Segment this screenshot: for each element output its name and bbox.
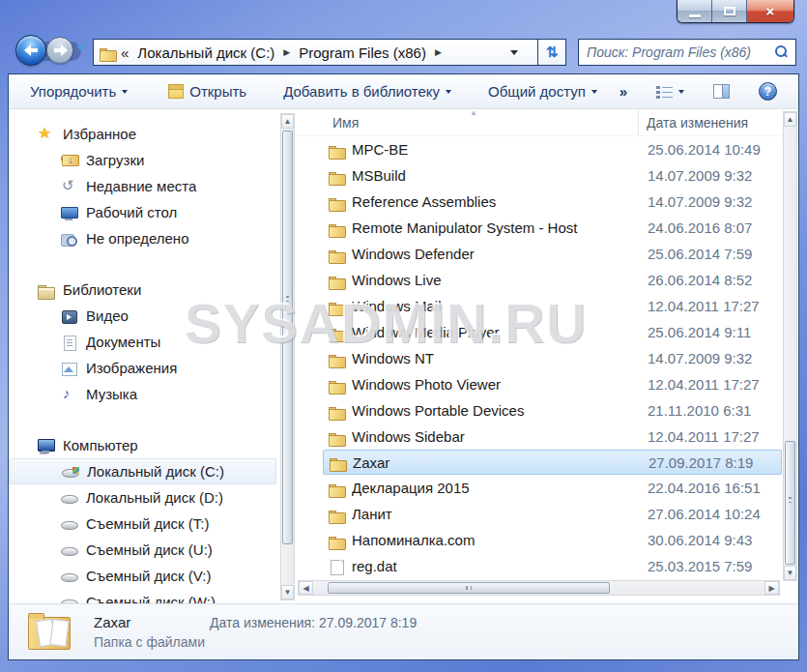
scroll-up-icon[interactable]: ▲ — [281, 114, 294, 129]
scroll-down-icon[interactable]: ▼ — [784, 566, 796, 580]
sidebar-item-label: Музыка — [86, 386, 137, 402]
sidebar-item-label: Видео — [86, 307, 129, 324]
back-button[interactable] — [15, 35, 46, 66]
table-row[interactable]: Windows Media Player 25.06.2014 9:11 — [323, 319, 782, 345]
file-date: 25.06.2014 10:49 — [648, 141, 761, 158]
address-dropdown-button[interactable] — [504, 40, 524, 65]
sidebar-item[interactable]: Загрузки — [9, 147, 296, 173]
table-row[interactable]: Windows Sidebar 12.04.2011 17:27 — [323, 424, 782, 450]
table-row[interactable]: Reference Assemblies 14.07.2009 9:32 — [323, 189, 782, 215]
sidebar-item[interactable]: Локальный диск (C:) — [9, 458, 276, 484]
sidebar-item[interactable]: Съемный диск (T:) — [9, 511, 296, 537]
organize-button[interactable]: Упорядочить — [22, 79, 135, 103]
file-type-icon — [329, 194, 346, 210]
file-date: 22.04.2016 16:51 — [648, 480, 761, 496]
table-row[interactable]: Напоминалка.com 30.06.2014 9:43 — [323, 527, 782, 553]
file-name: Ланит — [352, 506, 648, 522]
table-row[interactable]: Zaxar 27.09.2017 8:19 — [323, 450, 782, 475]
sidebar-item[interactable]: Недавние места — [9, 173, 296, 199]
sidebar-item[interactable]: Изображения — [9, 355, 296, 381]
table-row[interactable]: MSBuild 14.07.2009 9:32 — [323, 162, 782, 189]
search-icon[interactable] — [774, 45, 788, 59]
close-button[interactable]: × — [747, 0, 793, 22]
file-type-icon — [329, 299, 346, 314]
recent-pages-dropdown-icon[interactable] — [76, 45, 86, 51]
sidebar-item[interactable]: Локальный диск (D:) — [9, 484, 296, 511]
list-horizontal-scrollbar[interactable]: ◀ ▶ — [298, 580, 780, 596]
sidebar-item-icon — [61, 542, 78, 558]
list-vertical-scrollbar[interactable]: ▲ ▼ — [783, 111, 797, 581]
sidebar-item-icon — [61, 361, 78, 376]
add-to-library-button[interactable]: Добавить в библиотеку — [275, 79, 459, 103]
scroll-down-icon[interactable]: ▼ — [281, 585, 294, 599]
table-row[interactable]: Windows Portable Devices 21.11.2010 6:31 — [323, 397, 782, 424]
list-view-icon — [656, 85, 673, 99]
sidebar-item[interactable]: Видео — [9, 303, 296, 329]
search-input[interactable] — [587, 44, 774, 60]
table-row[interactable]: Ланит 27.06.2014 10:24 — [323, 501, 782, 527]
table-row[interactable]: MPC-BE 25.06.2014 10:49 — [323, 136, 782, 162]
sidebar-item[interactable] — [9, 407, 296, 432]
scrollbar-thumb[interactable] — [328, 582, 610, 594]
sidebar-item[interactable]: Не определено — [9, 225, 296, 251]
table-row[interactable]: Декларация 2015 22.04.2016 16:51 — [323, 475, 782, 501]
file-type-icon — [329, 351, 346, 366]
file-name: MSBuild — [352, 167, 648, 184]
sidebar-item[interactable]: Избранное — [9, 121, 296, 147]
details-text: Zaxar Дата изменения: 27.09.2017 8:19 Па… — [94, 614, 417, 650]
file-name: Windows Live — [352, 272, 648, 288]
share-button[interactable]: Общий доступ — [480, 79, 605, 103]
minimize-icon — [689, 15, 701, 17]
breadcrumb-item[interactable]: Локальный диск (C:) ▶ — [134, 43, 296, 63]
table-row[interactable]: reg.dat 25.03.2015 7:59 — [323, 553, 782, 579]
sidebar-item[interactable]: Документы — [9, 329, 296, 355]
main-panel: Упорядочить Открыть Добавить в библиотек… — [8, 73, 799, 660]
scroll-right-icon[interactable]: ▶ — [764, 581, 779, 595]
sidebar-item[interactable]: Съемный диск (W:) — [9, 589, 296, 603]
table-row[interactable]: Windows Live 26.06.2014 8:52 — [323, 267, 782, 293]
change-view-button[interactable] — [648, 81, 692, 102]
scroll-up-icon[interactable]: ▲ — [784, 112, 796, 127]
breadcrumb-item[interactable]: Program Files (x86) ▶ — [296, 43, 447, 63]
file-date: 30.06.2014 9:43 — [648, 532, 752, 548]
more-commands-button[interactable]: » — [612, 79, 635, 103]
minimize-button[interactable] — [677, 0, 712, 22]
sidebar-item[interactable]: Музыка — [9, 381, 296, 407]
breadcrumb-separator-icon[interactable]: ▶ — [277, 47, 296, 57]
sidebar-scrollbar[interactable]: ▲ ▼ — [280, 113, 295, 600]
forward-button[interactable] — [46, 37, 73, 64]
toolbar-right-group: » ? — [612, 78, 785, 104]
table-row[interactable]: Windows Photo Viewer 12.04.2011 17:27 — [323, 371, 782, 397]
refresh-button[interactable]: ⇅ — [537, 39, 566, 66]
column-header-name[interactable]: Имя — [296, 115, 638, 131]
scrollbar-thumb[interactable] — [282, 131, 293, 544]
sidebar-item[interactable]: Рабочий стол — [9, 199, 296, 225]
chevron-down-icon — [122, 90, 128, 94]
open-button[interactable]: Открыть — [160, 79, 254, 103]
sidebar-item[interactable]: Компьютер — [9, 432, 296, 458]
breadcrumb-separator-icon[interactable]: ▶ — [429, 47, 447, 57]
column-header-date[interactable]: Дата изменения — [638, 109, 798, 135]
sidebar-item-icon — [62, 464, 79, 480]
table-row[interactable]: Windows Defender 25.06.2014 7:59 — [323, 241, 782, 267]
maximize-button[interactable] — [712, 0, 747, 22]
help-button[interactable]: ? — [751, 78, 785, 104]
sidebar-item[interactable] — [9, 251, 296, 277]
sidebar-item-icon — [61, 569, 78, 584]
details-type: Папка с файлами — [94, 634, 417, 650]
sidebar-item[interactable]: Съемный диск (U:) — [9, 537, 296, 563]
table-row[interactable]: Remote Manipulator System - Host 24.06.2… — [323, 215, 782, 241]
address-bar[interactable]: « Локальный диск (C:) ▶ Program Files (x… — [93, 39, 537, 66]
sidebar-item[interactable]: Съемный диск (V:) — [9, 563, 296, 589]
sidebar-item[interactable]: Библиотеки — [9, 277, 296, 303]
breadcrumb-overflow[interactable]: « — [121, 44, 129, 61]
table-row[interactable]: Windows NT 14.07.2009 9:32 — [323, 345, 782, 371]
table-row[interactable]: Windows Mail 12.04.2011 17:27 — [323, 293, 782, 319]
navigation-pane: Избранное Загрузки Недавние места Рабочи… — [9, 109, 296, 603]
sidebar-item-label: Рабочий стол — [86, 204, 177, 220]
scroll-left-icon[interactable]: ◀ — [299, 581, 313, 595]
details-name: Zaxar — [94, 614, 210, 630]
sidebar-item-icon — [38, 438, 55, 453]
preview-pane-button[interactable] — [706, 80, 737, 102]
scrollbar-thumb[interactable] — [785, 441, 795, 565]
